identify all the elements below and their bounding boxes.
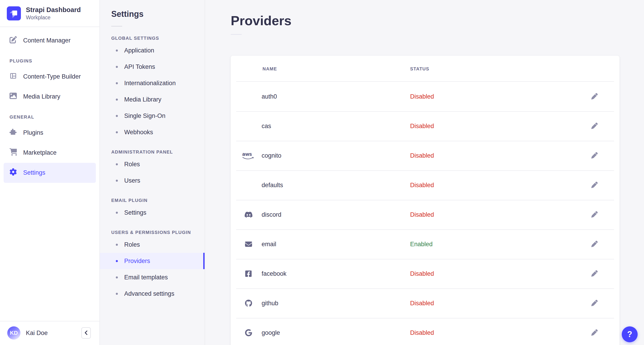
avatar[interactable]: KD [7,326,20,340]
subnav-section-label: ADMINISTRATION PANEL [100,150,204,155]
provider-name: github [262,300,278,307]
sidebar-item-settings[interactable]: Settings [4,163,96,183]
edit-provider-button[interactable] [589,298,600,309]
subnav-item-settings[interactable]: Settings [100,204,204,221]
image-icon [10,92,17,101]
pencil-icon [591,93,598,100]
pencil-icon [591,329,598,336]
subnav-item-api-tokens[interactable]: API Tokens [100,58,204,75]
table-row: discordDisabled [231,200,620,230]
bullet-dot-icon [116,66,118,68]
user-row: KD Kai Doe [0,321,100,345]
table-row: googleDisabled [231,318,620,345]
provider-status: Disabled [410,211,434,218]
edit-provider-button[interactable] [589,268,600,279]
provider-status: Disabled [410,329,434,336]
strapi-admin-app: Strapi Dashboard Workplace Content Manag… [0,0,644,345]
provider-status: Disabled [410,152,434,159]
subnav-item-label: Users [124,177,140,184]
strapi-logo-icon [7,6,21,20]
subnav-item-webhooks[interactable]: Webhooks [100,124,204,140]
chevron-left-icon [84,330,88,336]
provider-name: discord [262,211,281,218]
subnav-item-users[interactable]: Users [100,172,204,189]
edit-provider-button[interactable] [589,150,600,161]
table-row: defaultsDisabled [231,170,620,200]
subnav-item-application[interactable]: Application [100,42,204,58]
pencil-icon [591,152,598,159]
subnav-sections: GLOBAL SETTINGSApplicationAPI TokensInte… [100,36,204,302]
provider-name: google [262,329,280,336]
bullet-dot-icon [116,276,118,278]
subnav-item-media-library[interactable]: Media Library [100,91,204,108]
table-row: githubDisabled [231,288,620,318]
column-header-status: STATUS [410,66,429,71]
edit-provider-button[interactable] [589,209,600,220]
sidebar-item-marketplace[interactable]: Marketplace [4,143,96,163]
sidebar-item-label: Plugins [23,129,43,136]
subnav-item-label: Internationalization [124,80,176,87]
pencil-icon [591,123,598,130]
edit-provider-button[interactable] [589,327,600,338]
edit-provider-button[interactable] [589,180,600,190]
sidebar-item-plugins[interactable]: Plugins [4,123,96,143]
table-row: auth0Disabled [231,82,620,111]
subnav-item-label: Media Library [124,96,162,103]
subnav-item-advanced-settings[interactable]: Advanced settings [100,286,204,302]
sidebar-item-content-type-builder[interactable]: Content-Type Builder [4,67,96,87]
settings-subnav: Settings GLOBAL SETTINGSApplicationAPI T… [100,0,205,345]
edit-provider-button[interactable] [589,239,600,250]
table-header: NAME STATUS [231,56,620,82]
page-title-divider [231,34,242,35]
pencil-icon [591,300,598,307]
workspace-brand[interactable]: Strapi Dashboard Workplace [0,0,100,27]
cart-icon [10,148,17,157]
subnav-title-divider [111,26,122,26]
subnav-item-providers[interactable]: Providers [100,253,204,269]
subnav-item-roles[interactable]: Roles [100,236,204,253]
sidebar-item-label: Marketplace [23,149,56,156]
pencil-icon [591,270,598,277]
google-logo-icon [242,329,255,336]
gear-icon [10,168,17,177]
subnav-item-label: Providers [124,258,150,264]
bullet-dot-icon [116,293,118,295]
bullet-dot-icon [116,244,118,246]
main-nav: Content Manager PLUGINS Content-Type Bui… [0,27,100,321]
edit-provider-button[interactable] [589,91,600,102]
sidebar-item-label: Settings [23,169,46,176]
provider-name: facebook [262,270,286,277]
pencil-icon [591,241,598,248]
column-header-name: NAME [262,66,277,71]
bullet-dot-icon [116,163,118,165]
subnav-item-email-templates[interactable]: Email templates [100,269,204,286]
provider-name: defaults [262,182,283,189]
page-title: Providers [231,13,644,28]
table-row: casDisabled [231,111,620,141]
provider-name: cognito [262,152,281,159]
bullet-dot-icon [116,50,118,52]
collapse-sidebar-button[interactable] [81,327,91,339]
subnav-section-label: GLOBAL SETTINGS [100,36,204,41]
subnav-section-users-permissions-plugin: USERS & PERMISSIONS PLUGINRolesProviders… [100,230,204,302]
provider-status: Disabled [410,182,434,189]
subnav-item-single-sign-on[interactable]: Single Sign-On [100,108,204,124]
providers-table: NAME STATUS auth0DisabledcasDisabledawsc… [231,56,620,345]
pen-square-icon [10,36,17,45]
main-sidebar: Strapi Dashboard Workplace Content Manag… [0,0,100,345]
envelope-logo-icon [242,241,255,248]
subnav-item-roles[interactable]: Roles [100,156,204,172]
sidebar-item-label: Content Manager [23,37,70,44]
bullet-dot-icon [116,131,118,133]
svg-text:aws: aws [242,152,252,157]
sidebar-item-media-library[interactable]: Media Library [4,87,96,107]
edit-provider-button[interactable] [589,120,600,132]
bullet-dot-icon [116,115,118,117]
subnav-item-internationalization[interactable]: Internationalization [100,75,204,91]
subnav-section-administration-panel: ADMINISTRATION PANELRolesUsers [100,150,204,189]
sidebar-item-content-manager[interactable]: Content Manager [4,31,96,51]
help-button[interactable]: ? [622,326,638,342]
discord-logo-icon [242,211,255,218]
user-name: Kai Doe [26,330,76,336]
active-indicator-bar [203,253,204,269]
